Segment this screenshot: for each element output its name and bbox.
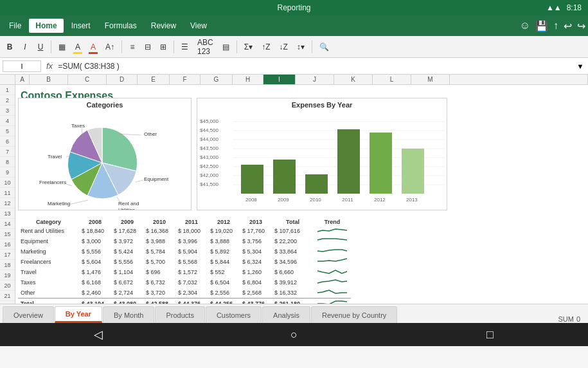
svg-text:2011: 2011	[342, 197, 353, 203]
col-header-J[interactable]: J	[296, 75, 334, 84]
col-header-2010: 2010	[143, 218, 175, 226]
home-button[interactable]: ○	[278, 328, 310, 342]
pie-chart-svg: Other Taxes Travel Freelancers Marketing…	[19, 110, 192, 210]
col-header-2011: 2011	[175, 218, 208, 226]
save-icon[interactable]: 💾	[535, 20, 548, 32]
row-6: 6	[0, 136, 15, 147]
col-header-total: Total	[272, 218, 314, 226]
row-14: 14	[0, 219, 15, 229]
align-button[interactable]: ≡	[125, 39, 139, 55]
col-header-K[interactable]: K	[334, 75, 373, 84]
bold-button[interactable]: B	[3, 39, 17, 55]
col-header-H[interactable]: H	[233, 75, 263, 84]
svg-text:$43,000: $43,000	[200, 154, 218, 160]
formula-input[interactable]: =SUM( C38:H38 )	[58, 62, 573, 71]
table-row: Travel $ 1,476 $ 1,104 $ 696 $ 1,572 $ 5…	[18, 267, 351, 277]
svg-rect-41	[402, 149, 424, 194]
table-row: Other $ 2,460 $ 2,724 $ 3,720 $ 2,304 $ …	[18, 288, 351, 299]
table-row: Equipment $ 3,000 $ 3,972 $ 3,988 $ 3,99…	[18, 236, 351, 246]
col-header-L[interactable]: L	[373, 75, 411, 84]
col-header-A[interactable]: A	[15, 75, 30, 84]
format-button[interactable]: ☰	[177, 39, 192, 55]
ribbon-tab-file[interactable]: File	[3, 19, 28, 33]
font-color-button[interactable]: A	[86, 39, 100, 55]
row-3: 3	[0, 106, 15, 116]
row-8: 8	[0, 157, 15, 167]
sort-asc-button[interactable]: ↑Z	[258, 39, 274, 55]
border-button[interactable]: ▦	[55, 39, 69, 55]
tab-customers[interactable]: Customers	[206, 306, 262, 323]
col-header-G[interactable]: G	[200, 75, 233, 84]
row-21: 21	[0, 291, 15, 301]
table-row: Taxes $ 6,168 $ 6,672 $ 6,732 $ 7,032 $ …	[18, 277, 351, 288]
undo-icon[interactable]: ↩	[564, 20, 572, 32]
tab-by-year[interactable]: By Year	[55, 306, 102, 323]
svg-rect-37	[337, 129, 360, 194]
italic-button[interactable]: I	[18, 39, 32, 55]
number-format-button[interactable]: ABC123	[193, 39, 217, 55]
ribbon-tab-formulas[interactable]: Formulas	[98, 19, 143, 33]
svg-text:$44,000: $44,000	[200, 136, 218, 142]
col-header-category: Category	[18, 218, 79, 226]
sort-desc-button[interactable]: ↓Z	[275, 39, 291, 55]
underline-button[interactable]: U	[33, 39, 48, 55]
svg-rect-33	[273, 160, 296, 194]
svg-text:Rent and: Rent and	[118, 201, 139, 207]
font-size-button[interactable]: A↑	[102, 39, 118, 55]
conditional-format-button[interactable]: ▤	[218, 39, 233, 55]
share-icon[interactable]: ↑	[553, 20, 558, 32]
svg-text:$41,500: $41,500	[200, 181, 218, 187]
cell-reference[interactable]: I	[3, 60, 41, 72]
col-header-F[interactable]: F	[170, 75, 200, 84]
svg-text:Freelancers: Freelancers	[39, 179, 66, 185]
ribbon-tab-home[interactable]: Home	[29, 19, 63, 33]
filter-button[interactable]: ↕▾	[293, 39, 308, 55]
smiley-icon[interactable]: ☺	[520, 20, 530, 32]
tab-by-month[interactable]: By Month	[103, 306, 154, 323]
fill-color-button[interactable]: A	[71, 39, 85, 55]
tab-products[interactable]: Products	[155, 306, 204, 323]
col-header-D[interactable]: D	[107, 75, 138, 84]
tab-overview[interactable]: Overview	[3, 306, 54, 323]
wrap-button[interactable]: ⊞	[156, 39, 170, 55]
row-22: 22	[0, 301, 15, 304]
row-numbers: 1 2 3 4 5 6 7 8 9 10 11 12 13 14 15 16 1…	[0, 85, 15, 304]
svg-text:Other: Other	[144, 131, 157, 137]
col-header-M[interactable]: M	[411, 75, 450, 84]
row-19: 19	[0, 270, 15, 281]
row-11: 11	[0, 188, 15, 198]
row-15: 15	[0, 229, 15, 239]
row-7: 7	[0, 147, 15, 157]
find-button[interactable]: 🔍	[316, 39, 333, 55]
tab-revenue-by-country[interactable]: Revenue by Country	[311, 306, 397, 323]
svg-rect-31	[241, 165, 263, 194]
divider1	[51, 41, 51, 53]
col-header-I[interactable]: I	[263, 75, 296, 84]
row-17: 17	[0, 250, 15, 260]
col-header-rest	[450, 75, 588, 84]
ribbon-tab-review[interactable]: Review	[145, 19, 183, 33]
col-header-B[interactable]: B	[30, 75, 68, 84]
sum-label: SUM	[558, 315, 573, 323]
divider4	[236, 41, 237, 53]
svg-text:Equipment: Equipment	[144, 176, 169, 182]
ribbon-tab-view[interactable]: View	[184, 19, 213, 33]
redo-icon[interactable]: ↪	[577, 20, 585, 32]
formula-expand-button[interactable]: ▼	[575, 61, 585, 71]
time-display: 8:18	[567, 3, 582, 12]
toolbar: B I U ▦ A A A↑ ≡ ⊟ ⊞ ☰ ABC123 ▤ Σ▾ ↑Z ↓Z…	[0, 36, 588, 58]
category-cell: Rent and Utilities	[18, 226, 79, 236]
data-table: Category 2008 2009 2010 2011 2012 2013 T…	[18, 218, 351, 304]
fx-label: fx	[44, 61, 55, 71]
ribbon-tab-insert[interactable]: Insert	[65, 19, 97, 33]
svg-text:2009: 2009	[278, 197, 289, 203]
sum-button[interactable]: Σ▾	[240, 39, 256, 55]
col-header-E[interactable]: E	[138, 75, 170, 84]
indent-button[interactable]: ⊟	[141, 39, 155, 55]
apps-button[interactable]: □	[474, 328, 506, 342]
col-header-C[interactable]: C	[68, 75, 107, 84]
svg-text:Utilities: Utilities	[118, 207, 135, 210]
divider5	[312, 41, 312, 53]
tab-analysis[interactable]: Analysis	[262, 306, 310, 323]
back-button[interactable]: ◁	[82, 327, 114, 342]
